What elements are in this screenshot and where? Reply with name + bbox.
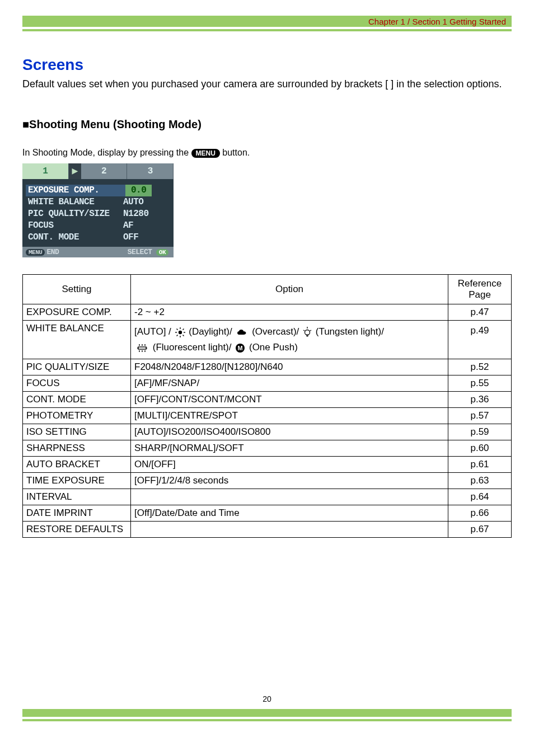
lcd-row-label: EXPOSURE COMP. — [26, 185, 125, 196]
cell-setting: INTERVAL — [23, 489, 131, 505]
cell-option: [AUTO]/ISO200/ISO400/ISO800 — [131, 424, 448, 440]
lcd-row: WHITE BALANCE AUTO — [28, 196, 168, 208]
lcd-row-label: WHITE BALANCE — [28, 196, 123, 208]
lcd-row-value: AUTO — [123, 196, 143, 208]
instruction-after: button. — [222, 148, 250, 157]
sun-icon — [175, 327, 185, 337]
cell-ref: p.66 — [448, 505, 512, 522]
svg-line-8 — [182, 328, 184, 330]
cell-ref: p.47 — [448, 304, 512, 321]
wb-fluorescent-text: (Fluorescent light)/ — [153, 342, 235, 353]
lcd-footer: MENUEND SELECT OK — [22, 247, 174, 257]
lcd-row: EXPOSURE COMP. 0.0 — [28, 185, 168, 196]
table-row: AUTO BRACKET ON/[OFF] p.61 — [23, 457, 512, 473]
wb-auto-text: [AUTO] / — [134, 326, 174, 337]
cell-ref: p.57 — [448, 408, 512, 424]
svg-point-0 — [178, 331, 181, 334]
menu-button-icon: MENU — [191, 149, 220, 158]
cloud-icon — [236, 328, 248, 336]
onepush-icon: M — [235, 343, 245, 353]
table-row: PHOTOMETRY [MULTI]/CENTRE/SPOT p.57 — [23, 408, 512, 424]
lcd-row-value: N1280 — [123, 208, 149, 220]
lcd-row: PIC QUALITY/SIZE N1280 — [28, 208, 168, 220]
lcd-row: FOCUS AF — [28, 220, 168, 232]
cell-ref: p.60 — [448, 440, 512, 457]
chapter-title: Chapter 1 / Section 1 Getting Started — [368, 17, 506, 26]
camera-lcd: 1 ▶ 2 3 EXPOSURE COMP. 0.0 WHITE BALANCE… — [22, 163, 174, 257]
cell-option: [OFF]/CONT/SCONT/MCONT — [131, 392, 448, 408]
lcd-footer-right: SELECT OK — [128, 248, 170, 256]
svg-line-14 — [310, 330, 311, 331]
lcd-footer-left: MENUEND — [26, 248, 59, 256]
section-heading: ■Shooting Menu (Shooting Mode) — [22, 118, 512, 131]
svg-line-7 — [176, 335, 177, 336]
lcd-footer-left-text: END — [46, 248, 59, 256]
lcd-row-label: PIC QUALITY/SIZE — [28, 208, 123, 220]
table-row: WHITE BALANCE [AUTO] / (Daylight)/ (Over… — [23, 321, 512, 359]
cell-setting: EXPOSURE COMP. — [23, 304, 131, 321]
cell-setting: FOCUS — [23, 375, 131, 392]
cell-option: [AF]/MF/SNAP/ — [131, 375, 448, 392]
bullet-square-icon: ■ — [22, 118, 29, 130]
instruction-line: In Shooting Mode, display by pressing th… — [22, 148, 512, 158]
col-reference: Reference Page — [448, 275, 512, 304]
col-option: Option — [131, 275, 448, 304]
section-heading-text: Shooting Menu (Shooting Mode) — [29, 118, 202, 130]
cell-setting: ISO SETTING — [23, 424, 131, 440]
cell-option: -2 ~ +2 — [131, 304, 448, 321]
table-row: RESTORE DEFAULTS p.67 — [23, 522, 512, 538]
svg-line-6 — [182, 335, 184, 336]
lcd-tab-1: 1 — [22, 163, 69, 179]
cell-option: ON/[OFF] — [131, 457, 448, 473]
table-row: FOCUS [AF]/MF/SNAP/ p.55 — [23, 375, 512, 392]
col-setting: Setting — [23, 275, 131, 304]
lcd-row-label: FOCUS — [28, 220, 123, 232]
svg-line-13 — [303, 330, 305, 331]
cell-option — [131, 522, 448, 538]
table-row: SHARPNESS SHARP/[NORMAL]/SOFT p.60 — [23, 440, 512, 457]
menu-pill-icon: MENU — [26, 249, 45, 256]
cell-option: [OFF]/1/2/4/8 seconds — [131, 473, 448, 489]
table-row: INTERVAL p.64 — [23, 489, 512, 505]
lcd-row-value: AF — [123, 220, 133, 232]
cell-setting: AUTO BRACKET — [23, 457, 131, 473]
table-row: TIME EXPOSURE [OFF]/1/2/4/8 seconds p.63 — [23, 473, 512, 489]
header-bar-sub: Chapter 1 / Section 1 Getting Started — [22, 29, 512, 31]
cell-option — [131, 489, 448, 505]
table-row: PIC QUALITY/SIZE F2048/N2048/F1280/[N128… — [23, 359, 512, 375]
content-area: Screens Default values set when you purc… — [0, 31, 534, 703]
cell-ref: p.64 — [448, 489, 512, 505]
lcd-tab-3: 3 — [127, 163, 174, 179]
svg-line-5 — [176, 328, 177, 330]
table-row: ISO SETTING [AUTO]/ISO200/ISO400/ISO800 … — [23, 424, 512, 440]
cell-option: SHARP/[NORMAL]/SOFT — [131, 440, 448, 457]
svg-point-9 — [305, 330, 310, 335]
cell-setting: DATE IMPRINT — [23, 505, 131, 522]
fluorescent-icon — [135, 344, 149, 352]
table-row: EXPOSURE COMP. -2 ~ +2 p.47 — [23, 304, 512, 321]
cell-option: [Off]/Date/Date and Time — [131, 505, 448, 522]
cell-ref: p.59 — [448, 424, 512, 440]
page-number: 20 — [22, 694, 512, 703]
lcd-tabs: 1 ▶ 2 3 — [22, 163, 174, 179]
cell-setting: RESTORE DEFAULTS — [23, 522, 131, 538]
cell-ref: p.49 — [448, 321, 512, 359]
footer-bar-sub — [22, 719, 512, 721]
cell-setting: SHARPNESS — [23, 440, 131, 457]
lcd-body: EXPOSURE COMP. 0.0 WHITE BALANCE AUTO PI… — [22, 179, 174, 247]
footer-bar-top — [22, 709, 512, 717]
lcd-footer-right-text: SELECT — [128, 248, 152, 256]
wb-daylight-text: (Daylight)/ — [189, 326, 235, 337]
lcd-tab-2: 2 — [81, 163, 128, 179]
cell-ref: p.55 — [448, 375, 512, 392]
lcd-row-value: OFF — [123, 232, 138, 243]
page-title: Screens — [22, 56, 512, 74]
svg-text:M: M — [238, 345, 243, 351]
ok-pill-icon: OK — [156, 249, 168, 256]
intro-text: Default values set when you purchased yo… — [22, 77, 512, 91]
svg-rect-15 — [138, 347, 146, 349]
cell-option: [AUTO] / (Daylight)/ (Overcast)/ (Tungst… — [131, 321, 448, 359]
bulb-icon — [303, 327, 312, 338]
table-header-row: Setting Option Reference Page — [23, 275, 512, 304]
cell-ref: p.67 — [448, 522, 512, 538]
